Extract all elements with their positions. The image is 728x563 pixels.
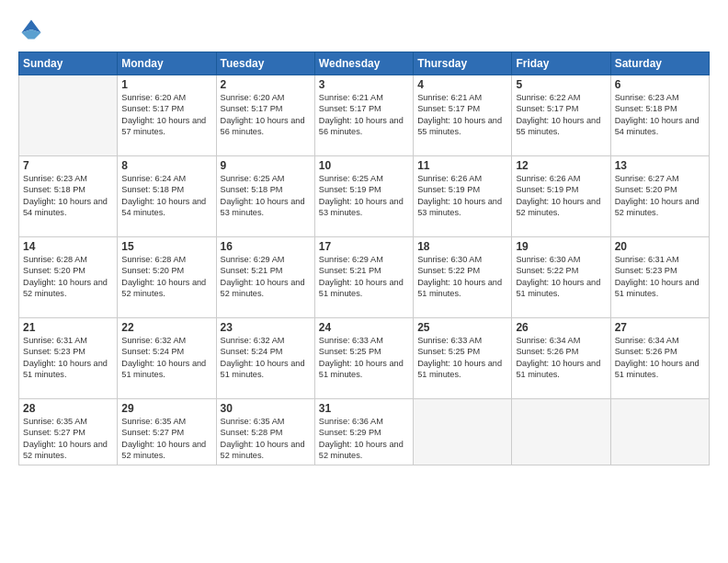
day-info: Sunrise: 6:23 AM Sunset: 5:18 PM Dayligh…	[23, 173, 113, 219]
day-cell	[19, 75, 118, 156]
day-number: 2	[221, 78, 311, 91]
day-info: Sunrise: 6:29 AM Sunset: 5:21 PM Dayligh…	[319, 254, 409, 300]
day-info: Sunrise: 6:21 AM Sunset: 5:17 PM Dayligh…	[319, 92, 409, 138]
day-cell: 29Sunrise: 6:35 AM Sunset: 5:27 PM Dayli…	[118, 399, 216, 465]
week-row-5: 28Sunrise: 6:35 AM Sunset: 5:27 PM Dayli…	[19, 399, 710, 465]
day-info: Sunrise: 6:28 AM Sunset: 5:20 PM Dayligh…	[23, 254, 113, 300]
week-row-3: 14Sunrise: 6:28 AM Sunset: 5:20 PM Dayli…	[19, 237, 710, 318]
day-number: 18	[417, 240, 507, 253]
day-cell: 20Sunrise: 6:31 AM Sunset: 5:23 PM Dayli…	[610, 237, 709, 318]
day-info: Sunrise: 6:31 AM Sunset: 5:23 PM Dayligh…	[615, 254, 705, 300]
day-info: Sunrise: 6:32 AM Sunset: 5:24 PM Dayligh…	[121, 335, 211, 381]
day-info: Sunrise: 6:35 AM Sunset: 5:27 PM Dayligh…	[121, 416, 211, 462]
day-number: 16	[221, 240, 311, 253]
day-cell: 7Sunrise: 6:23 AM Sunset: 5:18 PM Daylig…	[19, 156, 118, 237]
day-number: 5	[516, 78, 606, 91]
page: SundayMondayTuesdayWednesdayThursdayFrid…	[0, 0, 728, 563]
day-info: Sunrise: 6:26 AM Sunset: 5:19 PM Dayligh…	[516, 173, 606, 219]
day-cell: 2Sunrise: 6:20 AM Sunset: 5:17 PM Daylig…	[216, 75, 314, 156]
day-info: Sunrise: 6:25 AM Sunset: 5:18 PM Dayligh…	[221, 173, 311, 219]
day-number: 28	[23, 402, 113, 415]
day-cell: 25Sunrise: 6:33 AM Sunset: 5:25 PM Dayli…	[414, 318, 512, 399]
weekday-header-wednesday: Wednesday	[314, 52, 413, 75]
day-cell: 26Sunrise: 6:34 AM Sunset: 5:26 PM Dayli…	[512, 318, 610, 399]
day-cell	[610, 399, 709, 465]
logo	[18, 17, 48, 42]
day-cell: 16Sunrise: 6:29 AM Sunset: 5:21 PM Dayli…	[216, 237, 314, 318]
day-cell: 11Sunrise: 6:26 AM Sunset: 5:19 PM Dayli…	[414, 156, 512, 237]
weekday-header-thursday: Thursday	[414, 52, 512, 75]
day-cell: 13Sunrise: 6:27 AM Sunset: 5:20 PM Dayli…	[610, 156, 709, 237]
day-info: Sunrise: 6:25 AM Sunset: 5:19 PM Dayligh…	[319, 173, 409, 219]
day-info: Sunrise: 6:29 AM Sunset: 5:21 PM Dayligh…	[221, 254, 311, 300]
week-row-2: 7Sunrise: 6:23 AM Sunset: 5:18 PM Daylig…	[19, 156, 710, 237]
day-info: Sunrise: 6:28 AM Sunset: 5:20 PM Dayligh…	[121, 254, 211, 300]
day-info: Sunrise: 6:20 AM Sunset: 5:17 PM Dayligh…	[121, 92, 211, 138]
day-cell: 22Sunrise: 6:32 AM Sunset: 5:24 PM Dayli…	[118, 318, 216, 399]
day-number: 12	[516, 159, 606, 172]
day-cell: 18Sunrise: 6:30 AM Sunset: 5:22 PM Dayli…	[414, 237, 512, 318]
day-cell: 5Sunrise: 6:22 AM Sunset: 5:17 PM Daylig…	[512, 75, 610, 156]
day-cell: 21Sunrise: 6:31 AM Sunset: 5:23 PM Dayli…	[19, 318, 118, 399]
day-info: Sunrise: 6:33 AM Sunset: 5:25 PM Dayligh…	[417, 335, 507, 381]
day-cell: 8Sunrise: 6:24 AM Sunset: 5:18 PM Daylig…	[118, 156, 216, 237]
weekday-header-row: SundayMondayTuesdayWednesdayThursdayFrid…	[19, 52, 710, 75]
weekday-header-monday: Monday	[118, 52, 216, 75]
day-number: 9	[221, 159, 311, 172]
day-cell: 23Sunrise: 6:32 AM Sunset: 5:24 PM Dayli…	[216, 318, 314, 399]
day-cell: 30Sunrise: 6:35 AM Sunset: 5:28 PM Dayli…	[216, 399, 314, 465]
day-cell: 12Sunrise: 6:26 AM Sunset: 5:19 PM Dayli…	[512, 156, 610, 237]
header	[18, 17, 710, 42]
day-number: 6	[615, 78, 705, 91]
day-cell: 19Sunrise: 6:30 AM Sunset: 5:22 PM Dayli…	[512, 237, 610, 318]
day-cell: 6Sunrise: 6:23 AM Sunset: 5:18 PM Daylig…	[610, 75, 709, 156]
weekday-header-friday: Friday	[512, 52, 610, 75]
day-info: Sunrise: 6:23 AM Sunset: 5:18 PM Dayligh…	[615, 92, 705, 138]
day-info: Sunrise: 6:24 AM Sunset: 5:18 PM Dayligh…	[121, 173, 211, 219]
day-number: 4	[417, 78, 507, 91]
day-number: 3	[319, 78, 409, 91]
day-number: 21	[23, 321, 113, 334]
day-info: Sunrise: 6:35 AM Sunset: 5:27 PM Dayligh…	[23, 416, 113, 462]
day-cell: 17Sunrise: 6:29 AM Sunset: 5:21 PM Dayli…	[314, 237, 413, 318]
day-info: Sunrise: 6:27 AM Sunset: 5:20 PM Dayligh…	[615, 173, 705, 219]
day-number: 19	[516, 240, 606, 253]
day-number: 25	[417, 321, 507, 334]
day-cell: 14Sunrise: 6:28 AM Sunset: 5:20 PM Dayli…	[19, 237, 118, 318]
day-info: Sunrise: 6:34 AM Sunset: 5:26 PM Dayligh…	[615, 335, 705, 381]
day-number: 10	[319, 159, 409, 172]
week-row-1: 1Sunrise: 6:20 AM Sunset: 5:17 PM Daylig…	[19, 75, 710, 156]
day-cell: 28Sunrise: 6:35 AM Sunset: 5:27 PM Dayli…	[19, 399, 118, 465]
day-number: 7	[23, 159, 113, 172]
day-cell: 24Sunrise: 6:33 AM Sunset: 5:25 PM Dayli…	[314, 318, 413, 399]
day-cell	[512, 399, 610, 465]
weekday-header-tuesday: Tuesday	[216, 52, 314, 75]
day-number: 13	[615, 159, 705, 172]
day-cell: 10Sunrise: 6:25 AM Sunset: 5:19 PM Dayli…	[314, 156, 413, 237]
day-number: 14	[23, 240, 113, 253]
day-info: Sunrise: 6:30 AM Sunset: 5:22 PM Dayligh…	[417, 254, 507, 300]
day-number: 26	[516, 321, 606, 334]
weekday-header-saturday: Saturday	[610, 52, 709, 75]
week-row-4: 21Sunrise: 6:31 AM Sunset: 5:23 PM Dayli…	[19, 318, 710, 399]
day-cell: 27Sunrise: 6:34 AM Sunset: 5:26 PM Dayli…	[610, 318, 709, 399]
day-info: Sunrise: 6:35 AM Sunset: 5:28 PM Dayligh…	[221, 416, 311, 462]
day-number: 27	[615, 321, 705, 334]
day-number: 17	[319, 240, 409, 253]
day-number: 24	[319, 321, 409, 334]
logo-icon	[18, 17, 44, 42]
day-info: Sunrise: 6:30 AM Sunset: 5:22 PM Dayligh…	[516, 254, 606, 300]
day-info: Sunrise: 6:34 AM Sunset: 5:26 PM Dayligh…	[516, 335, 606, 381]
day-cell	[414, 399, 512, 465]
day-info: Sunrise: 6:32 AM Sunset: 5:24 PM Dayligh…	[221, 335, 311, 381]
day-number: 20	[615, 240, 705, 253]
day-number: 1	[121, 78, 211, 91]
day-number: 11	[417, 159, 507, 172]
day-cell: 9Sunrise: 6:25 AM Sunset: 5:18 PM Daylig…	[216, 156, 314, 237]
day-number: 23	[221, 321, 311, 334]
day-info: Sunrise: 6:22 AM Sunset: 5:17 PM Dayligh…	[516, 92, 606, 138]
day-cell: 31Sunrise: 6:36 AM Sunset: 5:29 PM Dayli…	[314, 399, 413, 465]
day-info: Sunrise: 6:26 AM Sunset: 5:19 PM Dayligh…	[417, 173, 507, 219]
day-info: Sunrise: 6:36 AM Sunset: 5:29 PM Dayligh…	[319, 416, 409, 462]
day-cell: 1Sunrise: 6:20 AM Sunset: 5:17 PM Daylig…	[118, 75, 216, 156]
